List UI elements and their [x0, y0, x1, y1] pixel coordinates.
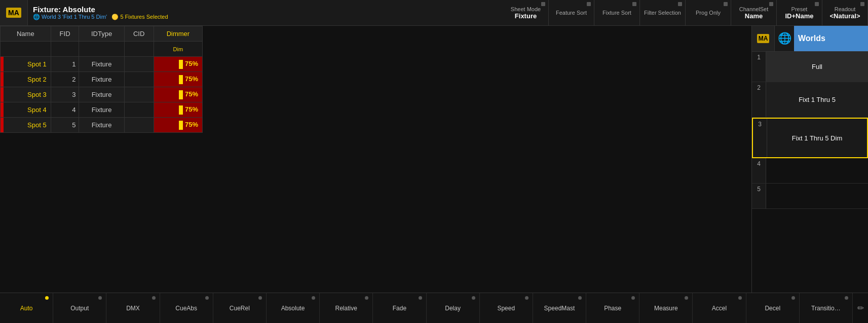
- table-row[interactable]: Spot 44Fixture75%: [1, 102, 203, 118]
- world-item-5[interactable]: 5: [752, 184, 868, 209]
- bottom-btn-dmx[interactable]: DMX: [106, 293, 160, 323]
- indicator-filter-selection: [678, 2, 682, 6]
- right-sidebar: MA 🌐 Worlds 1Full2Fixt 1 Thru 53Fixt 1 T…: [751, 26, 868, 293]
- bottom-btn-accel[interactable]: Accel: [693, 293, 746, 323]
- ma-logo: MA: [0, 0, 28, 25]
- table-sub-header-row: Dim: [1, 42, 203, 57]
- world-content-1: Full: [766, 52, 868, 82]
- btn-prog-only[interactable]: Prog Only: [686, 0, 731, 25]
- bottom-btn-cueabs[interactable]: CueAbs: [160, 293, 213, 323]
- bottom-btn-label-decel: Decel: [765, 305, 780, 312]
- fixture-table: Name FID IDType CID Dimmer Dim Spot 11Fi…: [0, 26, 203, 133]
- btn-filter-selection[interactable]: Filter Selection: [640, 0, 686, 25]
- btn-channel-set[interactable]: ChannelSet Name: [731, 0, 777, 25]
- bottom-btn-cuerel[interactable]: CueRel: [213, 293, 267, 323]
- bottom-btn-relative[interactable]: Relative: [320, 293, 373, 323]
- world-item-3[interactable]: 3Fixt 1 Thru 5 Dim: [752, 118, 868, 158]
- bottom-btn-delay[interactable]: Delay: [427, 293, 480, 323]
- cell-cid: [124, 72, 154, 87]
- table-header-row: Name FID IDType CID Dimmer: [1, 26, 203, 42]
- globe-icon: 🌐: [777, 31, 792, 46]
- bottom-btn-phase[interactable]: Phase: [586, 293, 639, 323]
- cell-fid: 3: [51, 87, 79, 102]
- cell-cid: [124, 102, 154, 118]
- grey-dot-indicator: [152, 296, 156, 300]
- table-row[interactable]: Spot 55Fixture75%: [1, 118, 203, 133]
- world-content-2: Fixt 1 Thru 5: [766, 82, 868, 117]
- bottom-btn-output[interactable]: Output: [53, 293, 106, 323]
- world-link[interactable]: World 3 'Fixt 1 Thru 5 Dim': [42, 14, 107, 20]
- bottom-btn-label-auto: Auto: [20, 305, 33, 312]
- world-item-2[interactable]: 2Fixt 1 Thru 5: [752, 82, 868, 118]
- col-dimmer: Dimmer: [154, 26, 202, 42]
- grey-dot-indicator: [845, 296, 848, 300]
- bottom-bar: AutoOutputDMXCueAbsCueRelAbsoluteRelativ…: [0, 293, 868, 323]
- cell-name: Spot 3: [1, 87, 51, 102]
- table-row[interactable]: Spot 11Fixture75%: [1, 57, 203, 72]
- btn-feature-sort[interactable]: Feature Sort: [549, 0, 594, 25]
- fixture-title: Fixture: Absolute: [33, 5, 498, 14]
- cell-name: Spot 5: [1, 118, 51, 133]
- bottom-btn-speedmast[interactable]: SpeedMast: [533, 293, 586, 323]
- bottom-btn-absolute[interactable]: Absolute: [267, 293, 320, 323]
- cell-name: Spot 1: [1, 57, 51, 72]
- bottom-btn-label-cueabs: CueAbs: [175, 305, 197, 312]
- cell-cid: [124, 87, 154, 102]
- indicator-preset: [815, 2, 819, 6]
- worlds-ma-text: MA: [757, 34, 770, 43]
- bottom-btn-label-speed: Speed: [497, 305, 515, 312]
- btn-preset[interactable]: Preset ID+Name: [777, 0, 822, 25]
- table-row[interactable]: Spot 33Fixture75%: [1, 87, 203, 102]
- grey-dot-indicator: [205, 296, 209, 300]
- bottom-btn-auto[interactable]: Auto: [0, 293, 53, 323]
- grey-dot-indicator: [472, 296, 475, 300]
- world-item-1[interactable]: 1Full: [752, 52, 868, 82]
- btn-readout[interactable]: Readout <Natural>: [822, 0, 868, 25]
- col-idtype: IDType: [79, 26, 124, 42]
- cell-dimmer: 75%: [154, 102, 202, 118]
- col-name: Name: [1, 26, 51, 42]
- world-num-5: 5: [752, 184, 766, 208]
- indicator-feature-sort: [587, 2, 591, 6]
- grey-dot-indicator: [365, 296, 368, 300]
- fixture-subtitle: 🌐 World 3 'Fixt 1 Thru 5 Dim' 🟡 5 Fixtur…: [33, 14, 498, 20]
- cell-fid: 5: [51, 118, 79, 133]
- cell-fid: 1: [51, 57, 79, 72]
- table-row[interactable]: Spot 22Fixture75%: [1, 72, 203, 87]
- cell-dimmer: 75%: [154, 118, 202, 133]
- sub-col-dim: Dim: [154, 42, 202, 57]
- bottom-btn-label-measure: Measure: [654, 305, 678, 312]
- fixture-info: Fixture: Absolute 🌐 World 3 'Fixt 1 Thru…: [28, 0, 503, 25]
- grey-dot-indicator: [419, 296, 422, 300]
- world-item-4[interactable]: 4: [752, 158, 868, 184]
- col-cid: CID: [124, 26, 154, 42]
- cell-cid: [124, 118, 154, 133]
- bottom-btn-transition[interactable]: Transitio…: [800, 293, 853, 323]
- indicator-prog-only: [724, 2, 728, 6]
- world-num-1: 1: [752, 52, 766, 82]
- bottom-btn-label-speedmast: SpeedMast: [544, 305, 575, 312]
- btn-sheet-mode[interactable]: Sheet Mode Fixture: [503, 0, 549, 25]
- bottom-btn-measure[interactable]: Measure: [639, 293, 693, 323]
- cell-fid: 4: [51, 102, 79, 118]
- bottom-btn-label-cuerel: CueRel: [230, 305, 250, 312]
- cell-idtype: Fixture: [79, 72, 124, 87]
- top-bar: MA Fixture: Absolute 🌐 World 3 'Fixt 1 T…: [0, 0, 868, 26]
- bottom-btn-speed[interactable]: Speed: [480, 293, 533, 323]
- bottom-btn-decel[interactable]: Decel: [746, 293, 800, 323]
- btn-fixture-sort[interactable]: Fixture Sort: [594, 0, 640, 25]
- grey-dot-indicator: [258, 296, 262, 300]
- cell-idtype: Fixture: [79, 102, 124, 118]
- indicator-channel-set: [769, 2, 773, 6]
- indicator-readout: [860, 2, 864, 6]
- bottom-btn-label-accel: Accel: [712, 305, 727, 312]
- world-num-3: 3: [753, 119, 767, 157]
- selection-dot: 🟡: [111, 14, 119, 20]
- cell-idtype: Fixture: [79, 57, 124, 72]
- bottom-btn-label-dmx: DMX: [126, 305, 140, 312]
- bottom-btn-fade[interactable]: Fade: [373, 293, 426, 323]
- cell-name: Spot 2: [1, 72, 51, 87]
- cell-cid: [124, 57, 154, 72]
- selection-count: 5 Fixtures Selected: [120, 14, 168, 20]
- bottom-btn-label-fade: Fade: [393, 305, 406, 312]
